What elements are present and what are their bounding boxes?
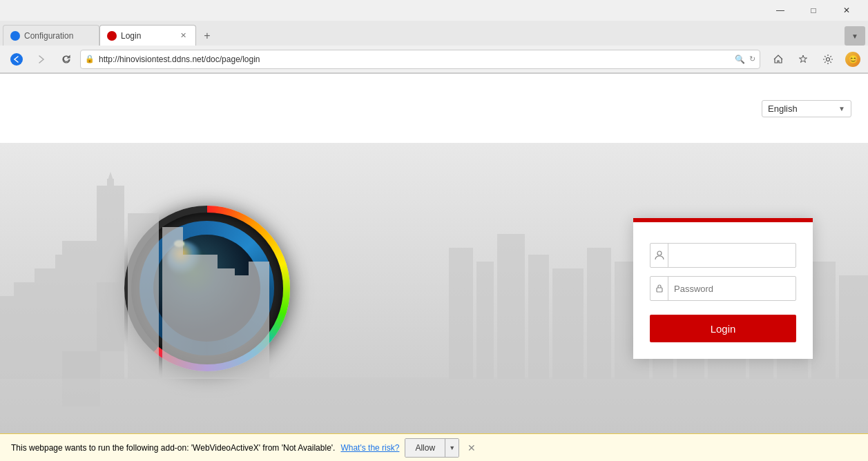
- cityscape-area: Login: [0, 143, 868, 434]
- maximize-button[interactable]: □: [798, 1, 829, 20]
- lock-input-icon: [650, 277, 668, 300]
- tab-label-configuration: Configuration: [24, 31, 73, 41]
- user-avatar: 😊: [845, 52, 860, 67]
- title-bar-controls: — □ ✕: [764, 1, 862, 20]
- login-button[interactable]: Login: [650, 315, 796, 342]
- reload-icon: [61, 54, 72, 65]
- close-button[interactable]: ✕: [831, 1, 862, 20]
- svg-point-33: [657, 251, 662, 255]
- language-dropdown[interactable]: English Chinese Spanish French German: [768, 104, 834, 114]
- address-input[interactable]: [99, 55, 731, 64]
- svg-rect-31: [839, 275, 868, 379]
- user-button[interactable]: 😊: [843, 50, 862, 69]
- minimize-button[interactable]: —: [764, 1, 796, 20]
- svg-rect-8: [162, 227, 183, 379]
- svg-rect-15: [0, 296, 17, 379]
- tab-overflow-icon: ▼: [851, 32, 858, 40]
- svg-rect-18: [449, 248, 473, 379]
- allow-button-wrapper: Allow ▼: [405, 438, 459, 458]
- svg-rect-19: [476, 262, 494, 379]
- home-button[interactable]: [769, 50, 788, 69]
- svg-rect-32: [0, 377, 868, 434]
- tab-icon-login: [107, 31, 117, 41]
- svg-rect-21: [528, 255, 549, 379]
- search-icon: 🔍: [735, 55, 745, 64]
- svg-rect-30: [811, 262, 836, 379]
- svg-rect-16: [97, 282, 124, 351]
- notification-risk-link[interactable]: What's the risk?: [340, 443, 399, 453]
- svg-rect-34: [657, 288, 662, 292]
- svg-rect-12: [218, 268, 235, 379]
- gear-icon: [822, 54, 833, 65]
- svg-rect-23: [587, 248, 611, 379]
- reload-button[interactable]: [55, 48, 77, 70]
- home-icon: [773, 54, 784, 65]
- tab-overflow-button[interactable]: ▼: [845, 26, 865, 46]
- page-header: English Chinese Spanish French German ▼: [0, 74, 868, 143]
- user-icon: [650, 244, 668, 267]
- tab-icon-configuration: [10, 31, 20, 41]
- star-icon: [798, 54, 809, 65]
- notification-close-button[interactable]: ✕: [465, 441, 479, 455]
- svg-rect-9: [183, 255, 218, 379]
- svg-rect-10: [35, 268, 59, 379]
- refresh-small-icon: ↻: [749, 55, 755, 63]
- navigation-toolbar: 🔒 🔍 ↻: [0, 46, 868, 73]
- notification-bar: This webpage wants to run the following …: [0, 433, 868, 461]
- tab-configuration[interactable]: Configuration: [3, 25, 99, 46]
- allow-dropdown-button[interactable]: ▼: [445, 439, 459, 457]
- forward-icon: [36, 54, 47, 65]
- login-box-body: Login: [633, 222, 813, 359]
- tab-bar: Configuration Login ✕ + ▼: [0, 21, 868, 46]
- svg-point-1: [827, 57, 830, 61]
- login-box: Login: [633, 218, 813, 359]
- password-input[interactable]: [668, 284, 795, 294]
- tab-close-button[interactable]: ✕: [177, 30, 189, 41]
- svg-rect-14: [249, 262, 269, 379]
- forward-button[interactable]: [30, 48, 52, 70]
- tab-login[interactable]: Login ✕: [99, 25, 196, 46]
- svg-rect-13: [235, 275, 249, 379]
- svg-rect-20: [497, 234, 525, 379]
- back-icon: [10, 53, 23, 66]
- password-input-wrapper: [650, 276, 796, 301]
- svg-marker-4: [107, 172, 114, 182]
- title-bar: — □ ✕: [0, 0, 868, 21]
- notification-text: This webpage wants to run the following …: [11, 443, 335, 453]
- svg-point-0: [10, 53, 23, 66]
- svg-rect-7: [128, 213, 159, 379]
- allow-dropdown-arrow-icon: ▼: [449, 444, 455, 451]
- allow-button[interactable]: Allow: [405, 439, 445, 457]
- language-selector[interactable]: English Chinese Spanish French German ▼: [762, 100, 851, 117]
- settings-button[interactable]: [818, 50, 838, 69]
- address-bar: 🔒 🔍 ↻: [80, 50, 760, 69]
- back-button[interactable]: [6, 48, 28, 70]
- new-tab-button[interactable]: +: [197, 26, 217, 46]
- username-input[interactable]: [668, 251, 795, 261]
- username-input-wrapper: [650, 243, 796, 268]
- svg-rect-22: [552, 268, 584, 379]
- dropdown-arrow-icon: ▼: [838, 105, 845, 112]
- lock-icon: 🔒: [85, 55, 95, 63]
- page-content: English Chinese Spanish French German ▼: [0, 74, 868, 434]
- toolbar-right: 😊: [769, 50, 862, 69]
- favorites-button[interactable]: [793, 50, 813, 69]
- notification-close-icon: ✕: [467, 442, 476, 453]
- tab-label-login: Login: [121, 31, 141, 41]
